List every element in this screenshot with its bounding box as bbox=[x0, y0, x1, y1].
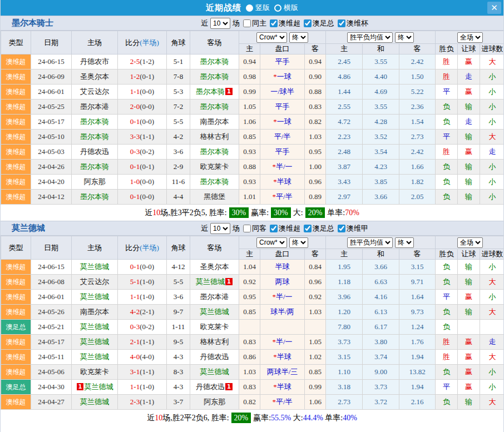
corners-cell: 5-3 bbox=[167, 85, 190, 100]
asian-away-odds-cell: 1.03 bbox=[305, 130, 326, 145]
euro-draw-odds-cell: 3.80 bbox=[363, 335, 399, 350]
league-type-cell: 澳维超 bbox=[1, 350, 31, 365]
score-header: 比分(半场) bbox=[118, 236, 167, 260]
euro-home-odds-cell: 3.87 bbox=[326, 160, 363, 175]
asian-odds-dropdowns: Crow*终 bbox=[239, 236, 326, 249]
corners-cell: 3-6 bbox=[167, 145, 190, 160]
away-team-cell: 墨尔本骑 bbox=[190, 145, 239, 160]
euro-draw-odds-cell: 3.66 bbox=[363, 260, 399, 275]
away-team-cell: 莫兰德城 bbox=[190, 365, 239, 380]
team-name: 莫兰德城 bbox=[12, 223, 45, 234]
same-venue-checkbox[interactable] bbox=[243, 225, 251, 232]
date-header: 日期 bbox=[31, 31, 72, 54]
away-team-cell: 墨尔本骑 bbox=[190, 54, 239, 69]
goals-result-cell: 小 bbox=[480, 380, 504, 395]
rate-badge: 20% bbox=[231, 413, 251, 423]
euro-draw-header: 和 bbox=[363, 249, 399, 260]
goals-result-cell: 小 bbox=[480, 260, 504, 275]
match-count-select[interactable]: 10 bbox=[210, 18, 230, 29]
league-checkbox[interactable] bbox=[338, 19, 345, 27]
euro-final-select[interactable]: 终 bbox=[395, 237, 414, 248]
match-count-select[interactable]: 10 bbox=[210, 223, 230, 234]
league-type-cell: 澳维超 bbox=[1, 69, 31, 85]
same-venue-checkbox[interactable] bbox=[243, 19, 251, 27]
odds-company-select[interactable]: Crow* bbox=[256, 32, 287, 43]
team-name: 墨尔本骑士 bbox=[12, 18, 53, 28]
away-team-cell: 丹德农迅1 bbox=[190, 380, 239, 395]
home-team-cell: 莫兰德城 bbox=[72, 290, 118, 305]
goals-result-cell: 大 bbox=[480, 130, 504, 145]
near-label: 近 bbox=[201, 18, 208, 28]
summary-text: 场,胜2平2负6, 胜率: bbox=[162, 414, 229, 422]
euro-draw-odds-cell: 3.74 bbox=[363, 350, 399, 365]
asian-home-odds-cell: 0.83 bbox=[239, 380, 260, 395]
asian-home-odds-cell: 0.95 bbox=[239, 290, 260, 305]
match-date-cell: 24-05-10 bbox=[31, 130, 72, 145]
asian-away-odds-cell: 1.03 bbox=[305, 305, 326, 320]
away-team-cell: 圣奥尔本 bbox=[190, 260, 239, 275]
handicap-result-cell: 赢 bbox=[458, 350, 480, 365]
euro-final-select[interactable]: 终 bbox=[395, 32, 414, 43]
vertical-layout-label[interactable]: 竖版 bbox=[255, 3, 270, 13]
away-team-cell: 黑德堡 bbox=[190, 190, 239, 205]
euro-away-odds-cell: 13.82 bbox=[399, 365, 436, 380]
scope-select[interactable]: 全场 bbox=[457, 237, 483, 248]
home-team-cell: 丹德农市 bbox=[72, 54, 118, 69]
filter-controls: 近 10 场 同主 澳维超 澳足总 澳维杯 bbox=[201, 18, 368, 29]
corners-cell: 5-1 bbox=[167, 54, 190, 69]
handicap-result-header: 让球 bbox=[458, 44, 480, 54]
horizontal-layout-label[interactable]: 横版 bbox=[284, 3, 298, 13]
asian-away-header: 客 bbox=[305, 44, 326, 54]
league-checkbox[interactable] bbox=[270, 225, 278, 232]
result-cell: 胜 bbox=[436, 54, 458, 69]
euro-draw-odds-cell: 3.55 bbox=[363, 100, 399, 115]
asian-final-select[interactable]: 终 bbox=[289, 237, 308, 248]
asian-away-odds-cell: 0.89 bbox=[305, 190, 326, 205]
euro-home-odds-cell: 7.80 bbox=[326, 320, 363, 335]
league-checkbox[interactable] bbox=[304, 225, 312, 232]
odds-company-select[interactable]: Crow* bbox=[256, 237, 287, 248]
euro-away-odds-cell: 2.42 bbox=[399, 54, 436, 69]
horizontal-layout-radio[interactable] bbox=[274, 4, 281, 12]
handicap-cell: 平手 bbox=[260, 100, 305, 115]
same-venue-label: 同主 bbox=[252, 18, 266, 28]
euro-away-header: 客 bbox=[399, 44, 436, 54]
handicap-cell: 两球半/三 bbox=[260, 365, 305, 380]
league-checkbox[interactable] bbox=[304, 19, 312, 27]
summary-text: 单率: bbox=[323, 414, 343, 422]
scope-select[interactable]: 全场 bbox=[457, 32, 483, 43]
league-checkbox[interactable] bbox=[338, 225, 345, 232]
handicap-result-cell bbox=[458, 320, 480, 335]
match-row: 澳足总24-04-301莫兰德城1-1(1-0)4-3丹德农迅10.83*半球0… bbox=[1, 380, 504, 395]
goals-result-cell: 小 bbox=[480, 69, 504, 85]
vertical-layout-radio[interactable] bbox=[246, 4, 253, 12]
handicap-cell: *半球 bbox=[260, 380, 305, 395]
corners-cell: 4-4 bbox=[167, 190, 190, 205]
goals-result-cell: 大 bbox=[480, 275, 504, 290]
euro-home-odds-cell: 2.48 bbox=[326, 145, 363, 160]
league-type-cell: 澳维超 bbox=[1, 115, 31, 130]
league-checkbox-wrap: 澳维甲 bbox=[338, 224, 368, 234]
asian-final-select[interactable]: 终 bbox=[289, 32, 308, 43]
goals-result-cell: 小 bbox=[480, 175, 504, 190]
result-header: 胜负 bbox=[436, 44, 458, 54]
handicap-cell: 两球 bbox=[260, 275, 305, 290]
handicap-cell: *半/一 bbox=[260, 335, 305, 350]
league-checkbox[interactable] bbox=[270, 19, 278, 27]
euro-home-odds-cell: 2.55 bbox=[326, 100, 363, 115]
euro-draw-header: 和 bbox=[363, 44, 399, 54]
score-cell: 2-5(1-2) bbox=[118, 54, 167, 69]
score-cell: 2-0(0-0) bbox=[118, 100, 167, 115]
asian-home-odds-cell: 1.05 bbox=[239, 100, 260, 115]
away-team-cell: 莫兰德城 bbox=[190, 305, 239, 320]
asian-home-odds-cell: 0.99 bbox=[239, 85, 260, 100]
euro-average-select[interactable]: 胜平负均值 bbox=[347, 237, 393, 248]
euro-home-header: 主 bbox=[326, 44, 363, 54]
match-row: 澳维超24-06-15丹德农市2-5(1-2)5-1墨尔本骑0.94平手0.94… bbox=[1, 54, 504, 69]
close-button[interactable]: ✕ bbox=[487, 2, 501, 14]
euro-average-select[interactable]: 胜平负均值 bbox=[347, 32, 393, 43]
league-type-cell: 澳维超 bbox=[1, 290, 31, 305]
summary-text: 近 bbox=[147, 414, 155, 422]
asian-home-odds-cell: 0.88 bbox=[239, 160, 260, 175]
result-cell: 负 bbox=[436, 190, 458, 205]
